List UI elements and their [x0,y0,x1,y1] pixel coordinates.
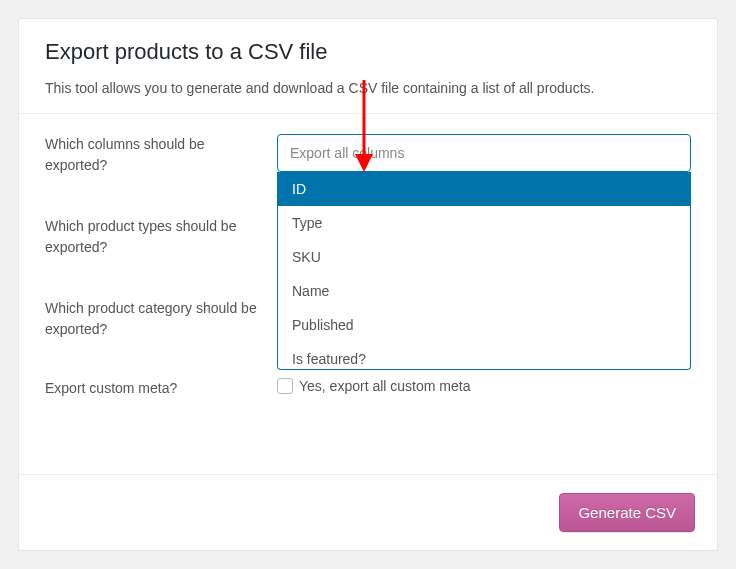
columns-option-id[interactable]: ID [278,172,690,206]
page-description: This tool allows you to generate and dow… [45,79,691,99]
columns-option-name[interactable]: Name [278,274,690,308]
card-header: Export products to a CSV file This tool … [19,19,717,113]
columns-option-published[interactable]: Published [278,308,690,342]
columns-option-isfeatured[interactable]: Is featured? [278,342,690,369]
export-card: Export products to a CSV file This tool … [18,18,718,551]
columns-dropdown: ID Type SKU Name Published Is featured? [277,172,691,370]
meta-checkbox[interactable] [277,378,293,394]
columns-control: Export all columns ID Type SKU Name Publ… [277,134,691,172]
generate-csv-button[interactable]: Generate CSV [559,493,695,532]
page-title: Export products to a CSV file [45,39,691,65]
row-columns: Which columns should be exported? Export… [19,114,717,196]
columns-select[interactable]: Export all columns [277,134,691,172]
card-body: Which columns should be exported? Export… [19,113,717,419]
card-footer: Generate CSV [19,474,717,550]
row-types-label: Which product types should be exported? [45,216,277,258]
columns-option-type[interactable]: Type [278,206,690,240]
columns-option-sku[interactable]: SKU [278,240,690,274]
row-category-label: Which product category should be exporte… [45,298,277,340]
row-columns-label: Which columns should be exported? [45,134,277,176]
meta-control: Yes, export all custom meta [277,378,691,394]
row-meta-label: Export custom meta? [45,378,277,399]
meta-checkbox-label: Yes, export all custom meta [299,378,470,394]
columns-select-placeholder: Export all columns [290,145,404,161]
